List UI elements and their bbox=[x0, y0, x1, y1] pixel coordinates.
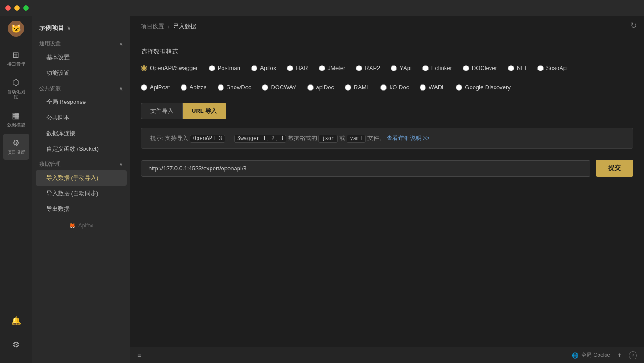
format-radio-eolinker[interactable] bbox=[422, 65, 429, 71]
format-radio-sosoapi[interactable] bbox=[537, 65, 544, 71]
globe-icon: 🌐 bbox=[572, 352, 578, 359]
sidebar-item-settings[interactable]: ⚙ bbox=[3, 335, 29, 354]
main-content: 项目设置 / 导入数据 ↻ 选择数据格式 OpenAPI/Swagger Pos… bbox=[130, 16, 644, 363]
format-radio-doclever[interactable] bbox=[463, 65, 469, 71]
info-code-yaml: yaml bbox=[347, 135, 366, 143]
format-option-har[interactable]: HAR bbox=[287, 65, 308, 71]
icon-sidebar: 🐱 ⊞ 接口管理 ⬡ 自动化测试 ▦ 数据模型 ⚙ 项目设置 🔔 ⚙ bbox=[0, 16, 32, 363]
format-option-google-discovery[interactable]: Google Discovery bbox=[456, 84, 511, 91]
tab-url-import[interactable]: URL 导入 bbox=[183, 103, 226, 119]
nav-sidebar-footer: 🦊 Apifox bbox=[32, 217, 130, 234]
tab-file-import[interactable]: 文件导入 bbox=[141, 103, 183, 119]
avatar[interactable]: 🐱 bbox=[8, 21, 24, 37]
collapse-icon: ∧ bbox=[119, 41, 123, 47]
format-radio-nei[interactable] bbox=[508, 65, 514, 71]
nav-item-global-response[interactable]: 全局 Response bbox=[36, 95, 127, 110]
minimize-button[interactable] bbox=[14, 5, 20, 11]
format-radio-rap2[interactable] bbox=[356, 65, 362, 71]
format-row-1: OpenAPI/Swagger Postman Apifox HAR JMete… bbox=[141, 65, 633, 71]
sidebar-item-notifications[interactable]: 🔔 bbox=[3, 311, 29, 330]
format-option-eolinker[interactable]: Eolinker bbox=[422, 65, 452, 71]
format-option-openapi[interactable]: OpenAPI/Swagger bbox=[141, 65, 198, 71]
project-settings-icon: ⚙ bbox=[12, 138, 20, 148]
nav-item-feature-settings[interactable]: 功能设置 bbox=[36, 66, 127, 81]
nav-item-public-script[interactable]: 公共脚本 bbox=[36, 110, 127, 125]
nav-item-db-connection[interactable]: 数据库连接 bbox=[36, 126, 127, 141]
collapse-icon: ∧ bbox=[119, 161, 123, 168]
format-option-doclever[interactable]: DOClever bbox=[463, 65, 497, 71]
project-name: 示例项目 bbox=[39, 24, 64, 32]
interface-mgmt-icon: ⊞ bbox=[12, 50, 19, 60]
info-code-json: json bbox=[318, 135, 338, 143]
nav-section-general[interactable]: 通用设置 ∧ bbox=[32, 37, 130, 50]
nav-item-basic-settings[interactable]: 基本设置 bbox=[36, 50, 127, 65]
auto-test-icon: ⬡ bbox=[12, 78, 20, 87]
info-suffix2: 或 bbox=[339, 135, 345, 141]
format-option-yapi[interactable]: YApi bbox=[391, 65, 412, 71]
format-radio-jmeter[interactable] bbox=[319, 65, 325, 71]
nav-item-import-manual[interactable]: 导入数据 (手动导入) bbox=[36, 170, 127, 186]
nav-item-import-auto[interactable]: 导入数据 (自动同步) bbox=[36, 186, 127, 201]
info-suffix3: 文件。 bbox=[367, 135, 385, 141]
import-tabs: 文件导入 URL 导入 bbox=[141, 103, 633, 119]
help-icon[interactable]: ? bbox=[629, 351, 637, 359]
data-model-icon: ▦ bbox=[12, 111, 20, 120]
sidebar-item-auto-test[interactable]: ⬡ 自动化测试 bbox=[3, 73, 29, 104]
format-option-apizza[interactable]: Apizza bbox=[181, 84, 207, 91]
format-option-jmeter[interactable]: JMeter bbox=[319, 65, 346, 71]
format-option-apipost[interactable]: ApiPost bbox=[141, 84, 170, 91]
project-header[interactable]: 示例项目 ∨ bbox=[32, 20, 130, 37]
format-option-apidoc[interactable]: apiDoc bbox=[307, 84, 334, 91]
info-detail-link[interactable]: 查看详细说明 >> bbox=[387, 135, 430, 141]
info-suffix1: 数据格式的 bbox=[288, 135, 317, 141]
format-radio-showdoc[interactable] bbox=[218, 84, 224, 91]
format-radio-docway[interactable] bbox=[262, 84, 268, 91]
nav-section-data-mgmt[interactable]: 数据管理 ∧ bbox=[32, 157, 130, 170]
url-input-row: 提交 bbox=[141, 160, 633, 177]
nav-item-export-data[interactable]: 导出数据 bbox=[36, 202, 127, 217]
menu-icon[interactable]: ≡ bbox=[137, 351, 141, 359]
format-radio-har[interactable] bbox=[287, 65, 293, 71]
format-radio-raml[interactable] bbox=[345, 84, 351, 91]
sidebar-item-project-settings[interactable]: ⚙ 项目设置 bbox=[3, 134, 29, 160]
format-radio-google-discovery[interactable] bbox=[456, 84, 462, 91]
format-radio-apizza[interactable] bbox=[181, 84, 187, 91]
format-radio-postman[interactable] bbox=[209, 65, 215, 71]
nav-section-public-resources[interactable]: 公共资源 ∧ bbox=[32, 81, 130, 94]
format-radio-openapi[interactable] bbox=[141, 65, 147, 71]
nav-item-custom-func[interactable]: 自定义函数 (Socket) bbox=[36, 141, 127, 157]
info-code-openapi: OpenAPI 3 bbox=[190, 135, 225, 143]
format-option-nei[interactable]: NEI bbox=[508, 65, 527, 71]
format-option-docway[interactable]: DOCWAY bbox=[262, 84, 296, 91]
format-radio-apifox[interactable] bbox=[251, 65, 257, 71]
share-icon[interactable]: ⬆ bbox=[617, 352, 622, 359]
format-radio-wadl[interactable] bbox=[420, 84, 426, 91]
refresh-icon: ↻ bbox=[630, 21, 637, 30]
format-option-wadl[interactable]: WADL bbox=[420, 84, 445, 91]
close-button[interactable] bbox=[5, 5, 11, 11]
format-option-sosoapi[interactable]: SosoApi bbox=[537, 65, 568, 71]
format-radio-apidoc[interactable] bbox=[307, 84, 314, 91]
format-option-showdoc[interactable]: ShowDoc bbox=[218, 84, 252, 91]
global-cookie-btn[interactable]: 🌐 全局 Cookie bbox=[572, 351, 610, 359]
section-title: 选择数据格式 bbox=[141, 48, 633, 56]
bell-icon: 🔔 bbox=[11, 316, 21, 326]
format-radio-io-doc[interactable] bbox=[380, 84, 387, 91]
refresh-button[interactable]: ↻ bbox=[630, 21, 637, 30]
format-option-io-doc[interactable]: I/O Doc bbox=[380, 84, 409, 91]
icon-sidebar-bottom: 🔔 ⚙ bbox=[3, 311, 29, 363]
format-radio-yapi[interactable] bbox=[391, 65, 397, 71]
maximize-button[interactable] bbox=[23, 5, 29, 11]
format-option-rap2[interactable]: RAP2 bbox=[356, 65, 380, 71]
format-radio-apipost[interactable] bbox=[141, 84, 147, 91]
url-input[interactable] bbox=[141, 160, 590, 177]
info-prefix: 提示: 支持导入 bbox=[150, 135, 188, 141]
format-option-apifox[interactable]: Apifox bbox=[251, 65, 276, 71]
format-option-raml[interactable]: RAML bbox=[345, 84, 370, 91]
content-area: 选择数据格式 OpenAPI/Swagger Postman Apifox bbox=[130, 37, 644, 347]
breadcrumb-parent[interactable]: 项目设置 bbox=[141, 22, 164, 30]
submit-button[interactable]: 提交 bbox=[596, 160, 633, 177]
sidebar-item-data-model[interactable]: ▦ 数据模型 bbox=[3, 106, 29, 132]
sidebar-item-interface-mgmt[interactable]: ⊞ 接口管理 bbox=[3, 45, 29, 71]
format-option-postman[interactable]: Postman bbox=[209, 65, 240, 71]
